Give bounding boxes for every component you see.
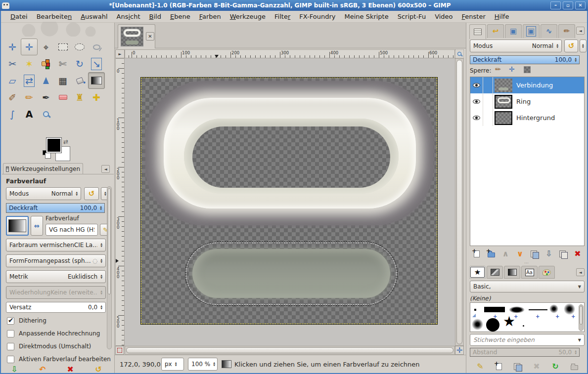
spinner-icon[interactable] bbox=[76, 191, 78, 196]
reverse-gradient-button[interactable]: ⇔ bbox=[31, 216, 43, 236]
lock-alpha-icon[interactable] bbox=[524, 66, 531, 73]
scrollbar-thumb[interactable] bbox=[126, 347, 453, 353]
delete-settings-button[interactable]: ✖ bbox=[63, 364, 78, 374]
menu-item-hilfe[interactable]: Hilfe bbox=[490, 12, 514, 21]
gradient-preview-button[interactable] bbox=[6, 216, 29, 236]
tab-tool-options[interactable]: Werkzeugeinstellungen bbox=[3, 163, 83, 174]
tool-rect-select[interactable] bbox=[54, 39, 71, 55]
checkbox-dithering[interactable]: Dithering bbox=[7, 316, 46, 326]
save-settings-button[interactable]: ⇩ bbox=[7, 364, 22, 374]
close-image-icon[interactable]: ✕ bbox=[146, 32, 154, 41]
tool-eraser[interactable] bbox=[54, 89, 71, 106]
scrollbar-thumb[interactable] bbox=[456, 60, 462, 344]
reset-layer-mode-button[interactable]: ↺ bbox=[564, 40, 578, 52]
zoom-follow-window-button[interactable] bbox=[455, 49, 464, 58]
menu-item-auswahl[interactable]: Auswahl bbox=[76, 12, 112, 21]
checkbox-aktiven-farbverlauf-bearbeiten[interactable]: Aktiven Farbverlauf bearbeiten bbox=[7, 354, 111, 364]
tool-gradient[interactable] bbox=[88, 72, 105, 89]
menu-item-script-fu[interactable]: Script-Fu bbox=[393, 12, 430, 21]
vertical-scrollbar[interactable] bbox=[455, 58, 464, 346]
menu-item-werkzeuge[interactable]: Werkzeuge bbox=[226, 12, 270, 21]
brush-soft[interactable] bbox=[549, 304, 558, 313]
paint-mode-dropdown[interactable]: Modus Normal bbox=[6, 187, 81, 200]
tool-flip[interactable]: ⇄ bbox=[21, 72, 38, 89]
menu-item-fenster[interactable]: Fenster bbox=[457, 12, 490, 21]
duplicate-layer-button[interactable] bbox=[528, 248, 541, 260]
reset-settings-button[interactable]: ↺ bbox=[91, 364, 106, 374]
tool-paths[interactable]: ∫ bbox=[4, 106, 21, 123]
metric-dropdown[interactable]: Metrik Euklidisch bbox=[6, 270, 106, 283]
delete-layer-button[interactable]: ✖ bbox=[571, 248, 584, 260]
tool-pencil[interactable]: ✏ bbox=[21, 89, 38, 106]
spinner-icon[interactable] bbox=[100, 274, 102, 279]
tab-brushes[interactable]: ★ bbox=[469, 266, 486, 279]
tool-zoom[interactable] bbox=[38, 106, 54, 123]
tab-paths[interactable]: ∿ bbox=[541, 24, 557, 38]
merge-down-button[interactable]: ⇩ bbox=[543, 248, 555, 260]
swap-colors-icon[interactable]: ⇄ bbox=[63, 138, 68, 145]
duplicate-brush-button[interactable] bbox=[511, 361, 525, 373]
minimize-button[interactable]: – bbox=[550, 1, 561, 9]
tool-bucket-fill[interactable] bbox=[71, 72, 88, 89]
brush-grid-scrollbar[interactable] bbox=[579, 304, 584, 331]
spinner-icon[interactable] bbox=[213, 362, 215, 367]
checkbox-box[interactable] bbox=[7, 343, 14, 350]
checkbox-box[interactable] bbox=[7, 330, 14, 337]
image-tab[interactable]: ✕ bbox=[118, 24, 155, 48]
collapse-left-dock-button[interactable]: ◄ bbox=[101, 165, 110, 173]
menu-item-video[interactable]: Video bbox=[430, 12, 457, 21]
close-button[interactable]: ✕ bbox=[575, 1, 586, 9]
lock-pixels-icon[interactable]: ✏ bbox=[495, 65, 501, 73]
spinner-icon[interactable] bbox=[100, 305, 102, 310]
brush-soft[interactable] bbox=[472, 319, 483, 330]
restore-settings-button[interactable]: ↶ bbox=[35, 364, 50, 374]
collapse-right-dock-button[interactable]: ◄ bbox=[576, 27, 585, 35]
brush-circle[interactable] bbox=[486, 318, 499, 332]
tab-gradients[interactable] bbox=[504, 266, 520, 279]
layer-mode-dropdown[interactable]: Modus Normal bbox=[470, 40, 562, 52]
tool-ellipse-select[interactable] bbox=[71, 39, 88, 55]
chain-cell[interactable] bbox=[483, 93, 493, 110]
tool-paintbrush[interactable]: ✐ bbox=[4, 89, 21, 106]
layer-row-ring[interactable]: Ring bbox=[470, 93, 584, 110]
eye-icon[interactable] bbox=[473, 83, 480, 87]
layer-row-hintergrund[interactable]: Hintergrund bbox=[470, 110, 584, 126]
image-canvas[interactable] bbox=[141, 78, 437, 324]
visibility-cell[interactable] bbox=[470, 77, 483, 93]
menu-item-filter[interactable]: Filter bbox=[270, 12, 295, 21]
brush-bar[interactable] bbox=[529, 309, 547, 310]
new-layer-button[interactable] bbox=[470, 248, 483, 260]
title-bar[interactable]: *[Unbenannt]-1.0 (RGB-Farben 8-Bit-Gamma… bbox=[0, 0, 588, 11]
scrollbar-thumb[interactable] bbox=[108, 188, 111, 294]
spinner-icon[interactable] bbox=[556, 43, 558, 48]
layer-opacity-slider[interactable]: Deckkraft 100,0 bbox=[470, 55, 580, 64]
opacity-slider[interactable]: Deckkraft 100,0 bbox=[6, 203, 105, 213]
collapse-brush-dock-button[interactable]: ◄ bbox=[576, 268, 585, 276]
gradient-select[interactable]: VG nach HG (HSV-F bbox=[45, 224, 98, 236]
tool-perspective[interactable] bbox=[38, 72, 54, 89]
lock-position-icon[interactable]: ✛ bbox=[509, 65, 515, 73]
tab-fonts[interactable]: Aa bbox=[521, 266, 538, 279]
tool-move-alt[interactable]: ✛ bbox=[21, 39, 38, 55]
tool-options-scrollbar[interactable] bbox=[107, 186, 112, 349]
tool-scissors-select[interactable]: ✂ bbox=[4, 55, 21, 72]
foreground-color-swatch[interactable] bbox=[46, 138, 61, 153]
horizontal-ruler[interactable]: 0100200300400500600 bbox=[125, 49, 455, 58]
tool-heal[interactable]: ✚ bbox=[88, 89, 105, 106]
brush-ellipse[interactable] bbox=[509, 306, 525, 313]
tool-select-by-color[interactable] bbox=[38, 55, 54, 72]
eye-icon[interactable] bbox=[473, 116, 480, 120]
new-brush-button[interactable] bbox=[492, 361, 506, 373]
navigation-button[interactable]: ✛ bbox=[455, 346, 464, 355]
edit-brush-button[interactable]: ✎ bbox=[473, 361, 487, 373]
unit-dropdown[interactable]: px bbox=[161, 358, 184, 371]
menu-item-ansicht[interactable]: Ansicht bbox=[112, 12, 145, 21]
maximize-button[interactable]: ▫ bbox=[563, 1, 573, 9]
menu-item-fx-foundry[interactable]: FX-Foundry bbox=[295, 12, 340, 21]
canvas-viewport[interactable] bbox=[125, 58, 455, 346]
tab-palettes[interactable] bbox=[539, 266, 555, 279]
checkbox-box[interactable] bbox=[7, 356, 14, 363]
tab-patterns[interactable] bbox=[487, 266, 503, 279]
tool-fuzzy-select[interactable]: ✶ bbox=[21, 55, 38, 72]
checkbox-direktmodus-umschalt-[interactable]: Direktmodus (Umschalt) bbox=[7, 341, 91, 351]
